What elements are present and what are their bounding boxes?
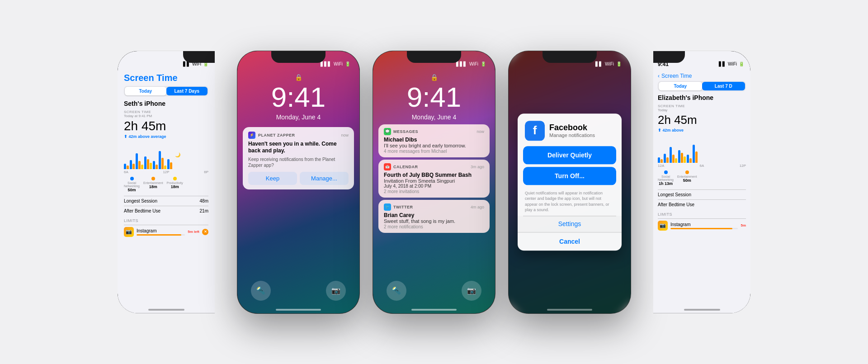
flashlight3-btn[interactable]: 🔦 <box>387 281 406 301</box>
p5-tab-last7[interactable]: Last 7 D <box>702 82 745 90</box>
messages-icon: 💬 <box>384 128 391 135</box>
tab-today[interactable]: Today <box>125 87 166 95</box>
twitter-icon: 🐦 <box>384 203 391 211</box>
screen-time-title: Screen Time <box>124 73 208 83</box>
calendar-icon: 📅 <box>384 163 391 170</box>
notif-time: now <box>341 133 349 137</box>
lock3-date: Monday, June 4 <box>373 113 495 121</box>
messages-notif-card: 💬 MESSAGES now Michael Dibs I'll see you… <box>378 124 490 157</box>
fb-modal-card: f Facebook Manage notifications Deliver … <box>518 113 622 251</box>
p5-tab-today[interactable]: Today <box>659 82 702 90</box>
lock-icon: 🔒 <box>237 74 359 81</box>
turn-off-btn[interactable]: Turn Off... <box>523 167 616 185</box>
camera3-btn[interactable]: 📷 <box>462 281 481 301</box>
longest-session-row: Longest Session 48m <box>124 196 208 206</box>
fb-modal-note: Quiet notifications will appear in notif… <box>518 188 622 216</box>
lock3-time: 9:41 <box>373 82 495 113</box>
device-name: Seth's iPhone <box>124 100 208 107</box>
phone-2-lockscreen: ▋▋▋ WiFi 🔋 🔒 9:41 Monday, June 4 ⚡ PLANE… <box>237 51 359 313</box>
tab-last7[interactable]: Last 7 Days <box>166 87 208 95</box>
today-label: Today at 9:41 PM <box>124 114 208 118</box>
fb-modal-subtitle: Manage notifications <box>549 132 595 138</box>
screen-time-label: SCREEN TIME <box>124 110 208 114</box>
deliver-quietly-btn[interactable]: Deliver Quietly <box>523 146 616 164</box>
settings-btn[interactable]: Settings <box>518 216 622 232</box>
phone-3-lockscreen: ▋▋▋ WiFi 🔋 🔒 9:41 Monday, June 4 💬 MESSA… <box>373 51 495 313</box>
avg-label: ⬆ 42m above average <box>124 134 208 139</box>
manage-btn[interactable]: Manage... <box>300 172 349 185</box>
time-big: 2h 45m <box>124 119 208 133</box>
camera-btn[interactable]: 📷 <box>326 281 346 301</box>
lock-time: 9:41 <box>237 82 359 113</box>
lock-date: Monday, June 4 <box>237 113 359 121</box>
fb-icon: f <box>525 121 545 141</box>
phone-1-partial: ▋▋ WiFi 🔋 Screen Time Today Last 7 Days … <box>118 51 215 313</box>
fb-modal-title: Facebook <box>549 123 595 132</box>
twitter-notif-card: 🐦 TWITTER 4m ago Brian Carey Sweet stuff… <box>378 200 490 233</box>
phone-5-partial: 9:41 ▋▋ WiFi 🔋 ‹ Screen Time Today Last … <box>653 51 750 313</box>
phone-4-modal: ▋▋ WiFi 🔋 f Facebook Manage notification… <box>509 51 631 313</box>
lock3-icon: 🔒 <box>373 74 495 81</box>
notif-title: Haven't seen you in a while. Come back a… <box>248 141 349 155</box>
tab-group[interactable]: Today Last 7 Days <box>124 86 208 96</box>
instagram-limit-row: 📷 Instagram 5m left ✕ <box>124 225 208 239</box>
phones-container: ▋▋ WiFi 🔋 Screen Time Today Last 7 Days … <box>0 0 868 364</box>
p5-device-name: Elizabeth's iPhone <box>658 94 746 101</box>
keep-btn[interactable]: Keep <box>248 172 297 185</box>
notif-app-name: PLANET ZAPPER <box>258 133 338 137</box>
notif-question: Keep receiving notifications from the Pl… <box>248 156 349 168</box>
calendar-notif-card: 📅 CALENDAR 3m ago Fourth of July BBQ Sum… <box>378 160 490 198</box>
notif-app-icon: ⚡ <box>248 132 255 139</box>
cancel-btn[interactable]: Cancel <box>518 232 622 251</box>
notification-card: ⚡ PLANET ZAPPER now Haven't seen you in … <box>243 127 354 189</box>
limits-section: LIMITS 📷 Instagram 5m left ✕ <box>124 218 208 239</box>
flashlight-btn[interactable]: 🔦 <box>251 281 271 301</box>
bedtime-row: After Bedtime Use 21m <box>124 206 208 216</box>
